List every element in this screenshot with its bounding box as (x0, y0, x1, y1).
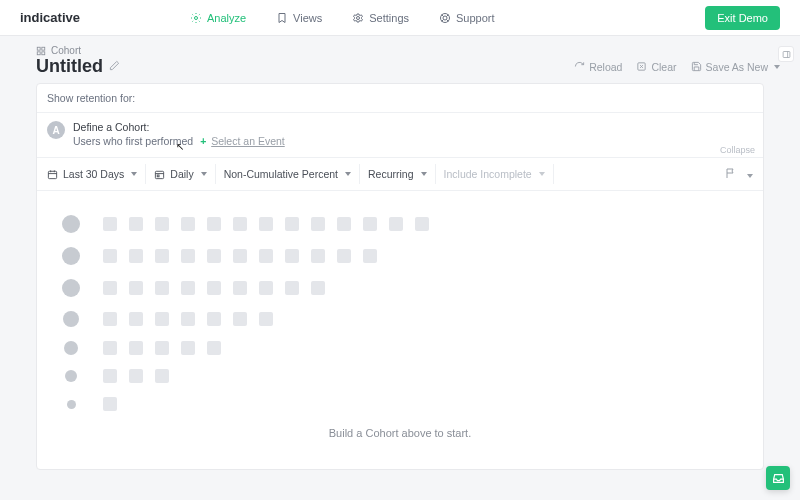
side-panel-toggle[interactable] (778, 46, 794, 62)
reload-icon (574, 61, 585, 72)
flag-button[interactable] (725, 167, 737, 181)
show-retention-row: Show retention for: (37, 84, 763, 113)
cohort-subtext: Users who first performed + Select an Ev… (73, 135, 285, 147)
retention-cell (103, 217, 117, 231)
chevron-down-icon (747, 174, 753, 178)
retention-cell (181, 217, 195, 231)
retention-cell (155, 217, 169, 231)
right-filter-controls (725, 167, 753, 181)
metric-label: Non-Cumulative Percent (224, 168, 338, 180)
retention-cell (285, 281, 299, 295)
title-actions: Reload Clear Save As New (574, 61, 780, 73)
date-range-filter[interactable]: Last 30 Days (47, 164, 146, 184)
nav-analyze[interactable]: Analyze (190, 12, 246, 24)
grid-icon (36, 46, 46, 56)
save-as-new-button[interactable]: Save As New (691, 61, 780, 73)
retention-cell (311, 281, 325, 295)
svg-rect-11 (48, 171, 56, 178)
recurring-filter[interactable]: Recurring (360, 164, 436, 184)
exit-demo-button[interactable]: Exit Demo (705, 6, 780, 30)
retention-cell (311, 249, 325, 263)
retention-cell (207, 341, 221, 355)
nav-settings[interactable]: Settings (352, 12, 409, 24)
retention-cell (129, 341, 143, 355)
help-fab[interactable] (766, 466, 790, 490)
cohort-dot (63, 311, 79, 327)
reload-button[interactable]: Reload (574, 61, 622, 73)
cohort-dot (62, 215, 80, 233)
svg-rect-8 (37, 51, 40, 54)
retention-cell (129, 217, 143, 231)
cohort-dot (65, 370, 77, 382)
svg-point-1 (357, 16, 360, 19)
retention-cell (389, 217, 403, 231)
include-incomplete-label: Include Incomplete (444, 168, 532, 180)
more-button[interactable] (745, 168, 753, 180)
gear-icon (352, 12, 364, 24)
analyze-icon (190, 12, 202, 24)
main-nav: Analyze Views Settings Support (190, 12, 495, 24)
cohort-dot (62, 279, 80, 297)
empty-state-message: Build a Cohort above to start. (51, 427, 749, 439)
chevron-down-icon (201, 172, 207, 176)
chevron-down-icon (131, 172, 137, 176)
retention-cell (181, 341, 195, 355)
retention-cell (207, 249, 221, 263)
chevron-down-icon (774, 65, 780, 69)
chevron-down-icon (539, 172, 545, 176)
retention-cell (181, 312, 195, 326)
retention-cell (103, 312, 117, 326)
include-incomplete-filter[interactable]: Include Incomplete (436, 164, 554, 184)
nav-views-label: Views (293, 12, 322, 24)
recurring-label: Recurring (368, 168, 414, 180)
title-row: Untitled Reload Clear Save As New (0, 56, 800, 83)
define-cohort-label: Define a Cohort: (73, 121, 285, 133)
retention-cell (259, 217, 273, 231)
topbar: indicative Analyze Views Settings Suppor… (0, 0, 800, 36)
inbox-icon (772, 472, 785, 485)
svg-rect-4 (783, 51, 790, 57)
nav-analyze-label: Analyze (207, 12, 246, 24)
svg-point-3 (443, 16, 447, 20)
chart-skeleton-row (51, 311, 749, 327)
retention-cell (259, 312, 273, 326)
metric-filter[interactable]: Non-Cumulative Percent (216, 164, 360, 184)
calendar-icon (47, 169, 58, 180)
bookmark-icon (276, 12, 288, 24)
svg-rect-13 (158, 174, 160, 176)
nav-views[interactable]: Views (276, 12, 322, 24)
retention-cell (181, 249, 195, 263)
cohort-text: Define a Cohort: Users who first perform… (73, 121, 285, 147)
panel-icon (782, 50, 791, 59)
chart-skeleton-row (51, 341, 749, 355)
chevron-down-icon (421, 172, 427, 176)
cohort-badge: A (47, 121, 65, 139)
chart-skeleton-row (51, 279, 749, 297)
chart-skeleton-row (51, 247, 749, 265)
lifebuoy-icon (439, 12, 451, 24)
retention-cell (103, 369, 117, 383)
retention-cell (103, 249, 117, 263)
retention-cell (207, 281, 221, 295)
retention-cell (207, 217, 221, 231)
main-panel: Show retention for: A Define a Cohort: U… (36, 83, 764, 470)
retention-cell (363, 249, 377, 263)
retention-cell (337, 249, 351, 263)
clear-button[interactable]: Clear (636, 61, 676, 73)
edit-title-button[interactable] (109, 60, 120, 73)
nav-support[interactable]: Support (439, 12, 495, 24)
logo-text: indicative (20, 10, 80, 25)
collapse-button[interactable]: Collapse (720, 145, 755, 155)
page-title: Untitled (36, 56, 103, 77)
save-as-new-label: Save As New (706, 61, 768, 73)
calendar-day-icon (154, 169, 165, 180)
granularity-label: Daily (170, 168, 193, 180)
retention-cell (103, 281, 117, 295)
cohort-row: A Define a Cohort: Users who first perfo… (37, 113, 763, 158)
chevron-down-icon (345, 172, 351, 176)
select-event-link[interactable]: Select an Event (211, 135, 285, 147)
retention-cell (155, 369, 169, 383)
reload-label: Reload (589, 61, 622, 73)
users-performed-label: Users who first performed (73, 135, 193, 147)
granularity-filter[interactable]: Daily (146, 164, 215, 184)
